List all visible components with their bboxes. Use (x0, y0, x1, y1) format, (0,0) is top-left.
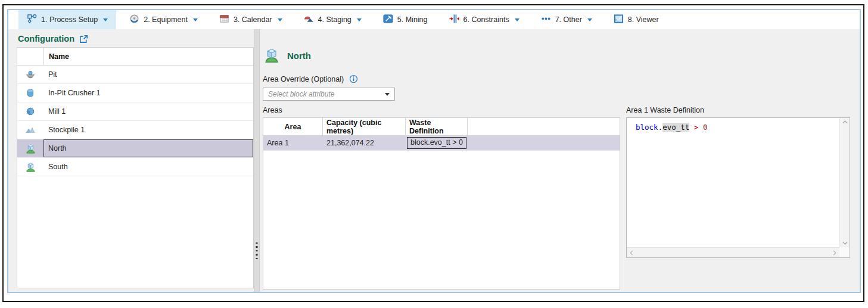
list-item-label: Mill 1 (43, 102, 253, 120)
name-column-header: Name (43, 48, 253, 65)
code-token-identifier: evo_tt (662, 123, 689, 132)
list-item-label: In-Pit Crusher 1 (43, 84, 253, 102)
list-item-in-pit-crusher-1[interactable]: In-Pit Crusher 1 (17, 84, 253, 102)
viewer-icon (614, 14, 624, 26)
detail-title: North (287, 51, 311, 61)
scroll-down-icon[interactable] (842, 241, 848, 245)
area-override-label: Area Override (Optional) (263, 75, 344, 83)
configuration-header: Configuration (17, 32, 254, 47)
configuration-list: Name Pit In-Pit Crusher 1 Mill 1 (17, 47, 254, 288)
code-token-keyword: block (636, 123, 658, 132)
content-area: Configuration Name Pit In-Pit Crusher 1 (8, 29, 860, 292)
list-item-label: North (43, 139, 253, 157)
waste-dump-icon (17, 158, 43, 176)
tab-other[interactable]: 7. Other (533, 10, 601, 29)
expression-editor[interactable]: block.evo_tt > 0 (626, 117, 850, 258)
mining-icon (383, 14, 393, 26)
waste-dump-icon (17, 139, 43, 157)
column-header-area: Area (263, 118, 323, 135)
areas-label: Areas (263, 106, 620, 114)
tab-process-setup[interactable]: 1. Process Setup (18, 10, 116, 29)
tab-label: 1. Process Setup (41, 15, 98, 24)
waste-definition-section: Area 1 Waste Definition block.evo_tt > 0 (626, 106, 850, 290)
configuration-panel: Configuration Name Pit In-Pit Crusher 1 (8, 29, 254, 292)
list-item-label: Pit (43, 66, 253, 83)
other-icon (541, 14, 551, 26)
chevron-down-icon (515, 18, 519, 21)
tab-label: 8. Viewer (628, 15, 659, 24)
list-item-stockpile-1[interactable]: Stockpile 1 (17, 121, 253, 139)
editor-label: Area 1 Waste Definition (626, 106, 850, 114)
chevron-down-icon (385, 93, 390, 96)
tab-label: 2. Equipment (144, 15, 188, 24)
popout-icon[interactable] (79, 35, 88, 43)
tab-label: 4. Staging (318, 15, 351, 24)
tab-staging[interactable]: 4. Staging (295, 10, 370, 29)
process-setup-icon (27, 14, 37, 26)
code-line[interactable]: block.evo_tt > 0 (636, 123, 707, 132)
list-item-label: South (43, 158, 253, 176)
list-item-north[interactable]: North (17, 139, 253, 158)
list-item-label: Stockpile 1 (43, 121, 253, 139)
detail-panel: North Area Override (Optional) Select bl… (260, 29, 860, 292)
chevron-down-icon (278, 18, 282, 21)
mill-icon (17, 102, 43, 120)
list-item-pit[interactable]: Pit (17, 66, 253, 84)
areas-table-header: Area Capacity (cubic metres) Waste Defin… (263, 118, 620, 136)
scroll-up-icon[interactable] (842, 120, 848, 124)
constraints-icon (449, 14, 459, 26)
tab-equipment[interactable]: 2. Equipment (121, 10, 206, 29)
areas-table: Area Capacity (cubic metres) Waste Defin… (263, 117, 620, 290)
chevron-down-icon (587, 18, 592, 21)
app-area: 1. Process Setup 2. Equipment 3. Calenda… (7, 9, 861, 293)
splitter-grip-icon (256, 242, 258, 260)
configuration-title: Configuration (18, 34, 74, 43)
scrollbar-corner (839, 247, 850, 257)
column-header-capacity: Capacity (cubic metres) (323, 118, 406, 135)
tab-viewer[interactable]: 8. Viewer (605, 10, 667, 29)
tab-label: 6. Constraints (463, 15, 509, 24)
chevron-down-icon (357, 18, 362, 21)
tab-mining[interactable]: 5. Mining (375, 10, 436, 29)
column-header-waste-definition: Waste Definition (406, 118, 468, 135)
list-column-header: Name (17, 48, 253, 66)
table-row[interactable]: Area 1 21,362,074.22 block.evo_tt > 0 (263, 136, 620, 151)
cell-filler (468, 136, 620, 150)
calendar-icon (219, 14, 229, 26)
application-window: 1. Process Setup 2. Equipment 3. Calenda… (0, 0, 868, 308)
vertical-scrollbar[interactable] (839, 118, 850, 247)
scroll-right-icon[interactable] (833, 250, 836, 256)
tab-label: 3. Calendar (234, 15, 272, 24)
tab-label: 7. Other (555, 15, 582, 24)
scroll-left-icon[interactable] (630, 250, 633, 256)
waste-dump-icon (263, 47, 281, 64)
panel-splitter[interactable] (254, 29, 260, 292)
code-token-number: 0 (703, 123, 708, 132)
areas-section: Areas Area Capacity (cubic metres) Waste… (263, 106, 620, 290)
info-icon[interactable] (349, 74, 358, 83)
select-placeholder: Select block attribute (268, 90, 334, 98)
pit-icon (17, 66, 43, 83)
tab-label: 5. Mining (397, 15, 428, 24)
tab-constraints[interactable]: 6. Constraints (441, 10, 528, 29)
tab-calendar[interactable]: 3. Calendar (211, 10, 291, 29)
stockpile-icon (17, 121, 43, 139)
waste-definition-value[interactable]: block.evo_tt > 0 (407, 137, 466, 149)
icon-column-header (17, 48, 43, 65)
block-attribute-select[interactable]: Select block attribute (263, 88, 395, 101)
cell-capacity[interactable]: 21,362,074.22 (323, 136, 406, 150)
staging-icon (304, 14, 314, 26)
area-override-label-row: Area Override (Optional) (263, 74, 850, 83)
cell-area[interactable]: Area 1 (263, 136, 323, 150)
column-header-filler (468, 118, 620, 135)
equipment-icon (129, 14, 139, 26)
list-item-south[interactable]: South (17, 158, 253, 176)
list-item-mill-1[interactable]: Mill 1 (17, 102, 253, 121)
cell-waste-definition[interactable]: block.evo_tt > 0 (406, 136, 468, 150)
crusher-icon (17, 84, 43, 102)
horizontal-scrollbar[interactable] (627, 247, 839, 257)
main-toolbar: 1. Process Setup 2. Equipment 3. Calenda… (8, 10, 860, 29)
chevron-down-icon (103, 18, 108, 21)
detail-header: North (263, 46, 850, 65)
code-token-operator: > (689, 123, 703, 132)
